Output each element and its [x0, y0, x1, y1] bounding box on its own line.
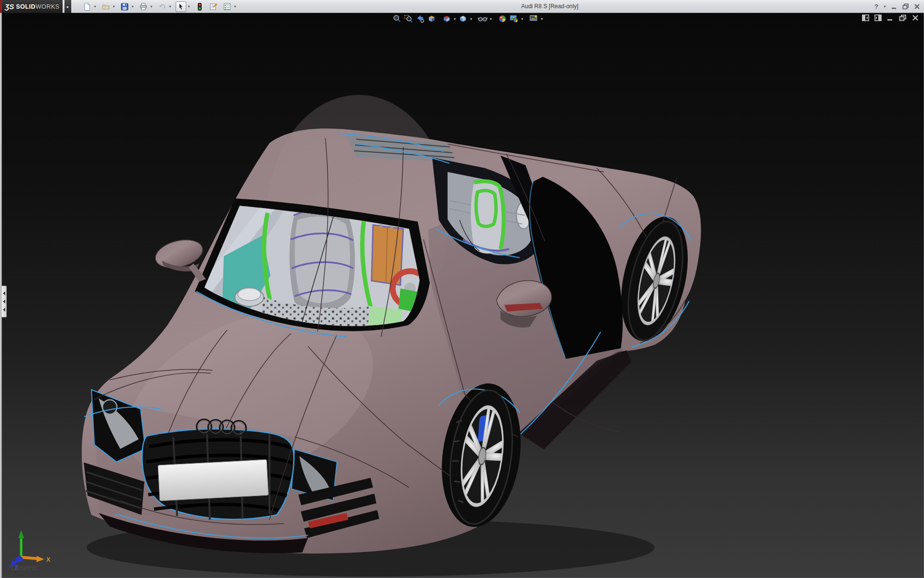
traffic-light-icon [195, 2, 204, 11]
zoom-to-area-icon [404, 14, 413, 24]
print-button[interactable] [138, 1, 149, 12]
menu-expand-arrow[interactable]: ▸ [64, 0, 71, 13]
apply-scene-dropdown[interactable]: ▼ [520, 17, 525, 21]
view-settings-button[interactable] [528, 13, 539, 24]
main-toolbar: ▼ ▼ ▼ ▼ [82, 1, 238, 12]
minimize-icon[interactable] [891, 3, 898, 10]
display-style-dropdown[interactable]: ▼ [469, 17, 474, 21]
rebuild-button[interactable] [194, 1, 205, 12]
graphics-viewport[interactable]: ▼ ▼ ▼ [0, 13, 924, 578]
select-button[interactable] [176, 1, 186, 12]
view-orientation-button[interactable] [441, 13, 452, 24]
pane-toggle-right-icon[interactable] [874, 14, 882, 21]
previous-view-button[interactable] [414, 13, 426, 24]
save-floppy-icon [120, 2, 129, 11]
view-orientation-label: *Dimetric [9, 564, 37, 572]
open-button[interactable] [101, 1, 111, 12]
zoom-to-fit-button[interactable] [391, 13, 403, 24]
edit-appearance-button[interactable] [497, 13, 508, 24]
undo-dropdown[interactable]: ▼ [167, 1, 173, 12]
apply-scene-button[interactable] [508, 13, 520, 24]
previous-view-icon [415, 14, 425, 24]
options-button[interactable] [222, 1, 232, 12]
help-icon[interactable]: ? [874, 3, 878, 10]
pane-toggle-left-icon[interactable] [862, 14, 869, 21]
close-icon[interactable] [914, 3, 920, 10]
zoom-to-area-button[interactable] [403, 13, 414, 24]
open-dropdown[interactable]: ▼ [111, 1, 116, 12]
options-checklist-icon [223, 2, 231, 11]
select-cursor-icon [177, 2, 185, 11]
zoom-to-fit-icon [392, 14, 402, 24]
left-side-mirror[interactable] [153, 236, 206, 282]
view-orientation-dropdown[interactable]: ▼ [452, 17, 457, 21]
print-icon [139, 2, 148, 11]
heads-up-view-toolbar: ▼ ▼ ▼ [391, 13, 544, 24]
triad-x-label: X [46, 556, 51, 563]
collapse-arrow-icon [3, 300, 5, 303]
hide-show-items-dropdown[interactable]: ▼ [488, 17, 493, 21]
help-dropdown[interactable]: ▼ [883, 5, 886, 8]
restore-icon[interactable] [902, 3, 909, 10]
open-folder-icon [102, 2, 110, 11]
document-window-controls [862, 14, 919, 21]
feature-manager-collapse-tab[interactable] [1, 286, 7, 317]
select-dropdown[interactable]: ▼ [186, 1, 192, 12]
hide-show-items-button[interactable] [477, 13, 488, 24]
file-properties-icon [209, 2, 218, 11]
window-title: Audi R8 S [Read-only] [521, 0, 578, 13]
hide-show-items-icon [477, 14, 488, 24]
view-settings-icon [529, 14, 539, 24]
undo-button[interactable] [157, 1, 167, 12]
minimize-icon[interactable] [887, 14, 894, 21]
solidworks-logo-glyph: ƷS [5, 2, 14, 11]
edit-appearance-icon [498, 14, 507, 24]
license-plate [158, 460, 269, 501]
collapse-arrow-icon [3, 291, 5, 295]
close-icon[interactable] [912, 14, 919, 21]
options-dropdown[interactable]: ▼ [232, 1, 238, 12]
section-view-button[interactable] [426, 13, 437, 24]
restore-icon[interactable] [899, 14, 907, 21]
section-view-icon [427, 14, 436, 24]
view-settings-dropdown[interactable]: ▼ [539, 17, 544, 21]
undo-arrow-icon [158, 2, 167, 11]
new-button[interactable] [82, 1, 92, 12]
solidworks-logo: ƷS SOLIDWORKS [0, 0, 63, 13]
left-headlight-projector [103, 400, 117, 414]
new-document-icon [83, 2, 91, 11]
save-dropdown[interactable]: ▼ [130, 1, 135, 12]
display-style-icon [458, 14, 468, 24]
collapse-arrow-icon [3, 308, 5, 312]
print-dropdown[interactable]: ▼ [149, 1, 154, 12]
display-style-button[interactable] [457, 13, 469, 24]
audi-r8-model[interactable] [0, 13, 924, 578]
apply-scene-icon [509, 14, 519, 24]
view-orientation-icon [442, 14, 451, 24]
title-bar: ƷS SOLIDWORKS ▸ ▼ ▼ [0, 0, 924, 13]
save-button[interactable] [119, 1, 130, 12]
new-dropdown[interactable]: ▼ [92, 1, 98, 12]
file-properties-button[interactable] [208, 1, 219, 12]
